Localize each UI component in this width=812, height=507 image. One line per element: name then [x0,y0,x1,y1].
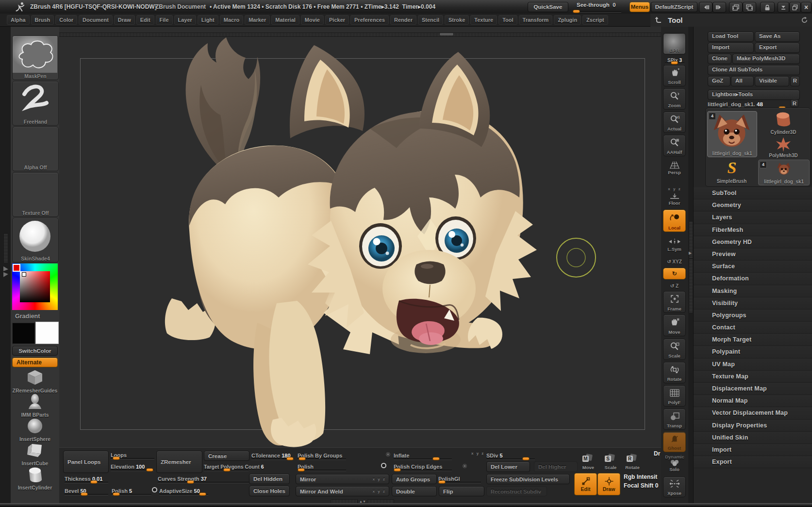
frame-button[interactable]: Frame [663,291,686,313]
elevation-slider-handle[interactable] [146,468,153,472]
polishgi-slider[interactable]: PolishGI [438,474,481,483]
goz-r-button[interactable]: R [790,76,800,86]
menu-item[interactable]: Color [55,15,77,25]
polishgi-slider-handle[interactable] [438,480,446,484]
divider-arrow-icon[interactable]: ▶ [689,251,692,255]
cylinder3d-thumb[interactable]: Cylinder3D [758,110,809,135]
polish-crisp-toggle-ring[interactable] [381,463,386,468]
menu-item[interactable]: Tool [498,15,517,25]
import-button[interactable]: Import [708,43,754,53]
menu-item[interactable]: Light [198,15,218,25]
flip-button[interactable]: Flip [439,486,484,496]
del-hidden-button[interactable]: Del Hidden [249,474,290,484]
spix-slider-handle[interactable] [671,61,678,65]
menu-item[interactable]: Brush [31,15,54,25]
freeze-subdivision-button[interactable]: Freeze SubDivision Levels [486,474,570,484]
menu-item[interactable]: Stencil [418,15,443,25]
insert-cube-item[interactable]: InsertCube [12,442,58,466]
persp-button[interactable]: Persp [663,159,686,177]
menu-item[interactable]: Layer [174,15,196,25]
thickness-slider-handle[interactable] [90,480,98,484]
tool-section-header[interactable]: UV Map [694,359,812,371]
lightbox-tools-button[interactable]: Lightbox▸Tools [708,90,800,100]
tool-section-header[interactable]: Display Properties [694,420,812,432]
del-higher-button[interactable]: Del Higher [534,461,578,472]
tool-section-header[interactable]: Morph Target [694,334,812,346]
minimize-icon[interactable] [778,2,789,13]
tool-section-header[interactable]: Deformation [694,273,812,285]
tool-section-header[interactable]: Contact [694,322,812,334]
menus-button[interactable]: Menus [630,2,650,12]
reset-palette-icon[interactable] [801,16,808,24]
floor-axes-label[interactable]: x y z [661,187,688,191]
alternate-button[interactable]: Alternate [12,358,58,367]
polyf-button[interactable]: PolyF [663,385,686,407]
dock-right-panel-icon[interactable] [743,2,756,13]
polish-by-groups-handle[interactable] [298,457,306,460]
menu-item[interactable]: Picker [325,15,349,25]
gradient-label[interactable]: Gradient [15,313,40,320]
tray-expander-icon[interactable] [2,265,9,278]
move-button[interactable]: Move [663,314,686,336]
active-tool-slider[interactable]: littlegirl_dog_sk1. 48 [708,99,799,108]
bpr-button[interactable]: BPR [663,33,686,54]
tool-section-header[interactable]: Normal Map [694,395,812,407]
menu-item[interactable]: Edit [136,15,154,25]
auto-groups-button[interactable]: Auto Groups [392,474,437,484]
polish-slider[interactable]: Polish [298,462,346,471]
tool-section-header[interactable]: Polygroups [694,310,812,322]
mirror-button[interactable]: Mirrorx y z [296,474,389,484]
polish5-slider[interactable]: Polish 5 [112,486,151,495]
polish-slider-handle[interactable] [298,468,305,472]
tool-section-header[interactable]: Displacement Map [694,383,812,395]
lock-icon[interactable] [760,2,775,13]
tool-section-header[interactable]: Vector Displacement Map [694,407,812,419]
polish-by-groups-slider[interactable]: Polish By Groups [298,451,346,459]
menu-item[interactable]: File [156,15,173,25]
current-material-thumb[interactable]: SkinShade4 [12,218,59,262]
restore-icon[interactable] [789,2,801,13]
collapse-left-icon[interactable] [699,2,713,13]
polish-by-groups-toggle[interactable] [386,452,390,457]
selected-tool-thumb[interactable]: 4 littlegirl_dog_sk1 [707,111,757,157]
menu-item[interactable]: Document [79,15,113,25]
menu-item[interactable]: Alpha [7,15,30,25]
menu-item[interactable]: Draw [114,15,135,25]
mirror-and-weld-button[interactable]: Mirror And Weldx y z [296,486,389,496]
load-tool-button[interactable]: Load Tool [708,32,754,42]
sdiv-slider-handle[interactable] [522,457,530,460]
dock-left-panel-icon[interactable] [729,2,743,13]
adaptive-size-slider[interactable]: AdaptiveSize 50 [159,486,208,495]
inflate-slider[interactable]: Inflate [394,451,452,459]
target-polygons-slider[interactable]: Target Polygons Count 6 [204,462,249,471]
double-button[interactable]: Double [392,486,437,496]
xpose-button[interactable]: Xpose [663,476,686,497]
floor-button[interactable]: Floor [663,192,686,207]
menu-item[interactable]: Render [390,15,416,25]
tool-section-header[interactable]: Texture Map [694,371,812,383]
insert-sphere-item[interactable]: InsertSphere [12,418,58,442]
loops-slider[interactable]: Loops [111,450,154,459]
crease-button[interactable]: Crease [204,451,249,461]
tool-section-header[interactable]: Preview [694,248,812,261]
zremesher-guides-item[interactable]: ZRemesherGuides [12,369,58,393]
sdiv-slider[interactable]: SDiv 5 [486,451,535,459]
polish-crisp-handle[interactable] [394,468,401,472]
menu-item[interactable]: Material [271,15,299,25]
ghost-button[interactable]: Ghost [663,432,686,452]
loops-slider-handle[interactable] [113,457,120,460]
tool-section-header[interactable]: SubTool [694,187,812,199]
rotate-xyz-toggle[interactable]: ↺ XYZ [663,256,686,266]
curves-strength-slider[interactable]: Curves Strength 37 [158,474,249,483]
spix-slider[interactable]: SPix 3 [661,55,688,64]
goz-button[interactable]: GoZ [708,76,730,86]
main-color-swatch[interactable] [12,323,35,344]
bottom-tray-edge[interactable] [0,503,812,507]
bevel-slider-handle[interactable] [81,492,88,496]
current-texture-thumb[interactable]: Texture Off [12,172,59,217]
imm-bparts-item[interactable]: IMM BParts [12,393,58,418]
rotate-y-toggle[interactable]: ↻ [663,268,686,279]
tool-section-header[interactable]: Visibility [694,297,812,310]
panel-back-arrow-icon[interactable] [654,16,663,25]
bevel-slider[interactable]: Bevel 50 [65,486,108,495]
